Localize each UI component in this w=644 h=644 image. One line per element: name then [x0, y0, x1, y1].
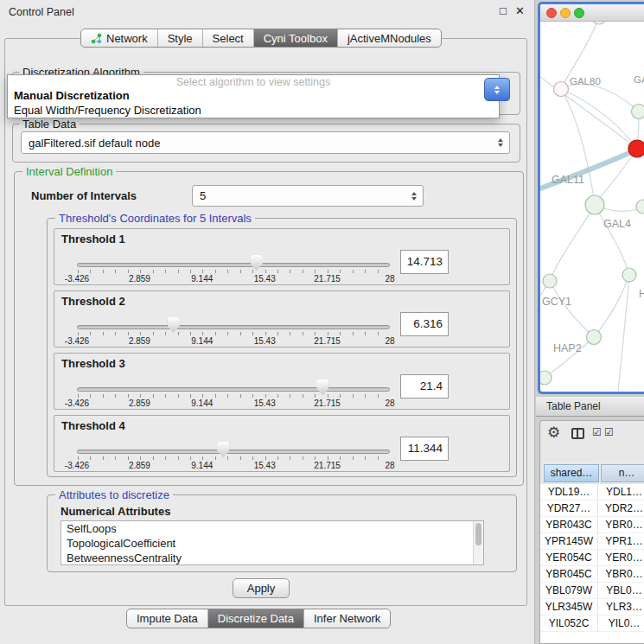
- table-cell[interactable]: YDR2…: [598, 501, 644, 516]
- table-cell[interactable]: YDL19…: [540, 484, 598, 500]
- table-row[interactable]: YIL052C YIL0…: [540, 615, 644, 632]
- axis-label: 9.144: [191, 461, 213, 470]
- tab-infer-network[interactable]: Infer Network: [303, 609, 390, 628]
- network-node-hap2[interactable]: [587, 330, 602, 345]
- table-row[interactable]: YBR043C YBR0…: [540, 517, 644, 533]
- list-item-selfloops[interactable]: SelfLoops: [61, 521, 483, 536]
- bottom-tabbar: Impute Data Discretize Data Infer Networ…: [126, 609, 391, 628]
- tab-style[interactable]: Style: [157, 29, 202, 47]
- close-window-button[interactable]: ✕: [515, 5, 525, 17]
- tab-impute-data[interactable]: Impute Data: [127, 609, 207, 628]
- tab-jactivemnodules[interactable]: jActiveMNodules: [337, 29, 441, 47]
- axis-label: 15.43: [254, 399, 276, 408]
- table-cell[interactable]: YLR3…: [598, 599, 644, 615]
- table-row[interactable]: YER054C YER0…: [540, 550, 644, 566]
- top-tabbar: Network Style Select Cyni Toolbox jActiv…: [80, 29, 442, 48]
- threshold-value-input[interactable]: 11.344: [400, 437, 449, 461]
- table-data-combobox[interactable]: galFiltered.sif default node: [21, 131, 510, 154]
- slider-ticks: [78, 270, 390, 273]
- traffic-light-zoom[interactable]: [574, 8, 584, 18]
- axis-label: -3.426: [65, 274, 89, 284]
- tab-network[interactable]: Network: [81, 29, 157, 47]
- network-edge: [550, 205, 595, 281]
- slider-ticks: [78, 394, 390, 398]
- table-cell[interactable]: YBR0…: [598, 517, 644, 532]
- stepper-down-icon: [411, 197, 417, 201]
- table-cell[interactable]: YBR043C: [540, 517, 598, 532]
- network-node-gal80[interactable]: [554, 82, 569, 97]
- threshold-value-input[interactable]: 14.713: [400, 250, 449, 274]
- network-node[interactable]: [540, 371, 552, 385]
- table-row[interactable]: YDR27… YDR2…: [540, 501, 644, 517]
- column-header-shared[interactable]: shared…: [544, 464, 599, 482]
- table-cell[interactable]: YER054C: [540, 550, 598, 565]
- table-cell[interactable]: YBL0…: [598, 583, 644, 598]
- slider-handle[interactable]: [217, 442, 229, 457]
- scrollbar-thumb[interactable]: [475, 523, 481, 545]
- network-node-gcy1[interactable]: [543, 274, 557, 288]
- checkbox-icon[interactable]: ☑: [604, 426, 614, 438]
- table-cell[interactable]: YER0…: [598, 550, 644, 565]
- column-chooser-icon[interactable]: [571, 428, 584, 439]
- table-panel-window: ⚙ ☑ ☑ shared… n… YDL19… YDL1… YDR27… YDR…: [539, 420, 644, 644]
- axis-label: 28: [385, 399, 394, 408]
- table-cell[interactable]: YBR0…: [598, 566, 644, 582]
- network-node[interactable]: [622, 268, 636, 282]
- table-cell[interactable]: YBR045C: [540, 566, 598, 582]
- checkbox-icon[interactable]: ☑: [592, 426, 602, 438]
- table-cell[interactable]: YIL0…: [598, 615, 644, 631]
- num-intervals-combobox[interactable]: 5: [192, 185, 424, 207]
- network-node[interactable]: [592, 22, 606, 24]
- axis-label: 21.715: [314, 399, 341, 408]
- stepper-up-icon: [494, 86, 500, 89]
- table-cell[interactable]: YDL1…: [598, 484, 644, 500]
- node-label-gal80: GAL80: [570, 76, 601, 86]
- table-row[interactable]: YLR345W YLR3…: [540, 599, 644, 615]
- network-window-titlebar[interactable]: [540, 4, 644, 22]
- dropdown-option-manual-discretization[interactable]: Manual Discretization: [14, 89, 130, 102]
- table-data-combobox-value: galFiltered.sif default node: [22, 137, 494, 150]
- table-row[interactable]: YBL079W YBL0…: [540, 583, 644, 599]
- network-node[interactable]: [632, 105, 644, 119]
- axis-label: -3.426: [65, 399, 89, 408]
- axis-label: 9.144: [191, 336, 213, 346]
- num-intervals-stepper: [407, 192, 423, 201]
- table-cell[interactable]: YLR345W: [540, 599, 598, 615]
- algorithm-combo-stepper[interactable]: [484, 78, 510, 101]
- column-header-name[interactable]: n…: [601, 464, 644, 482]
- stepper-down-icon: [494, 91, 500, 94]
- tab-discretize-data[interactable]: Discretize Data: [207, 609, 303, 628]
- network-canvas[interactable]: GAL80 GA GAL11 GAL4 GCY1 H HAP2: [540, 22, 644, 391]
- dropdown-option-equal-width-frequency[interactable]: Equal Width/Frequency Discretization: [14, 104, 201, 117]
- tab-select[interactable]: Select: [202, 29, 253, 47]
- list-scrollbar[interactable]: [473, 521, 483, 564]
- list-item-betweennesscentrality[interactable]: BetweennessCentrality: [61, 551, 483, 565]
- slider-handle[interactable]: [251, 255, 263, 271]
- network-node-gal4[interactable]: [585, 195, 604, 214]
- threshold-value-input[interactable]: 21.4: [400, 374, 449, 399]
- slider-handle[interactable]: [316, 379, 328, 395]
- float-window-button[interactable]: □: [500, 5, 507, 17]
- tab-cyni-toolbox[interactable]: Cyni Toolbox: [253, 29, 337, 47]
- slider-handle[interactable]: [168, 317, 180, 333]
- threshold-value-input[interactable]: 6.316: [400, 312, 449, 336]
- panel-title: Control Panel: [9, 6, 74, 18]
- gear-icon[interactable]: ⚙: [547, 424, 560, 442]
- traffic-light-minimize[interactable]: [560, 8, 571, 18]
- threshold-row: Threshold 2 -3.426 2.859 9.144 15.43 21.…: [54, 290, 510, 348]
- table-cell[interactable]: YIL052C: [540, 615, 598, 631]
- list-item-topologicalcoefficient[interactable]: TopologicalCoefficient: [61, 536, 483, 551]
- table-cell[interactable]: YPR1…: [598, 533, 644, 549]
- group-interval-definition-title: Interval Definition: [22, 165, 116, 178]
- table-row[interactable]: YPR145W YPR1…: [540, 533, 644, 550]
- network-node-selected[interactable]: [628, 140, 644, 157]
- table-row[interactable]: YBR045C YBR0…: [540, 566, 644, 583]
- table-cell[interactable]: YDR27…: [540, 501, 598, 516]
- table-row[interactable]: YDL19… YDL1…: [540, 484, 644, 501]
- network-node[interactable]: [636, 200, 644, 214]
- stepper-up-icon: [411, 192, 417, 195]
- apply-button[interactable]: Apply: [233, 578, 290, 598]
- table-cell[interactable]: YBL079W: [540, 583, 598, 598]
- traffic-light-close[interactable]: [546, 8, 557, 18]
- table-cell[interactable]: YPR145W: [540, 533, 598, 549]
